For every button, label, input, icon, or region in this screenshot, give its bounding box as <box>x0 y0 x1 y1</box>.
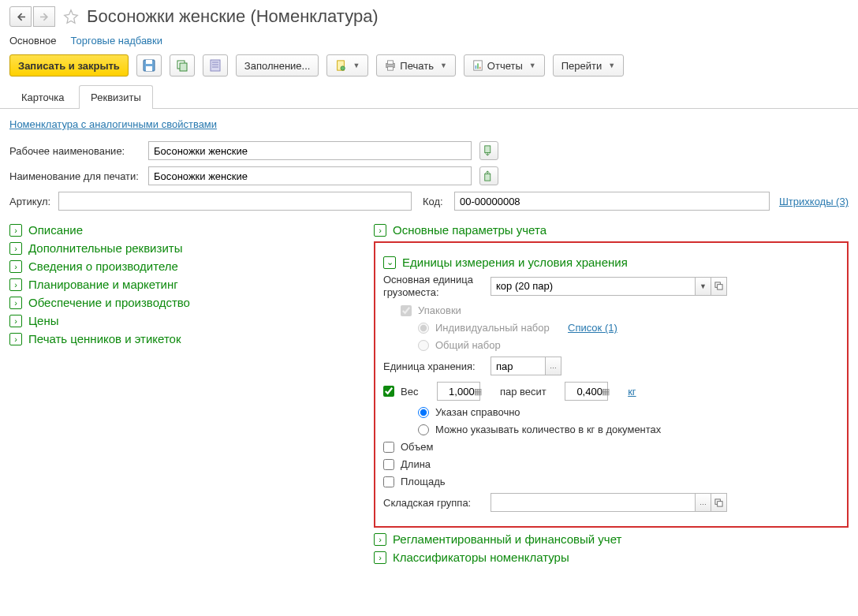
collapse-icon: ⌄ <box>383 256 396 269</box>
list-button[interactable] <box>203 54 228 77</box>
svg-rect-17 <box>479 67 481 69</box>
article-input[interactable] <box>58 192 412 211</box>
wh-group-open-button[interactable] <box>711 493 727 512</box>
save-close-button[interactable]: Записать и закрыть <box>9 54 129 77</box>
file-attach-button[interactable]: ▼ <box>326 54 368 77</box>
expand-icon: › <box>9 333 22 345</box>
svg-rect-1 <box>146 60 152 64</box>
wh-group-label: Складская группа: <box>383 497 486 509</box>
fill-button[interactable]: Заполнение... <box>236 54 319 77</box>
save-button[interactable] <box>136 54 162 77</box>
packs-checkbox <box>401 305 412 316</box>
arrow-right-icon <box>40 13 49 21</box>
file-icon <box>335 60 346 71</box>
subtab-requisites[interactable]: Реквизиты <box>79 85 153 109</box>
copy-button[interactable] <box>170 54 195 77</box>
arrow-left-icon <box>17 13 25 21</box>
section-classifiers[interactable]: ›Классификаторы номенклатуры <box>374 551 849 564</box>
wh-group-select-button[interactable]: … <box>696 493 711 512</box>
set-list-link[interactable]: Список (1) <box>568 322 617 334</box>
work-name-copy-button[interactable] <box>479 141 498 160</box>
weight-docs-radio[interactable] <box>418 424 429 435</box>
svg-rect-5 <box>211 60 220 71</box>
weight-docs-label: Можно указывать количество в кг в докуме… <box>435 424 661 435</box>
weight-checkbox[interactable] <box>383 386 394 397</box>
work-name-input[interactable] <box>148 141 472 160</box>
storage-unit-input[interactable] <box>491 357 546 375</box>
copy-down-icon <box>483 145 494 156</box>
weight-mid-label: пар весит <box>500 386 547 398</box>
similar-items-link[interactable]: Номенклатура с аналогичными свойствами <box>9 118 217 130</box>
copy-up-icon <box>483 170 494 181</box>
expand-icon: › <box>374 224 386 237</box>
common-set-label: Общий набор <box>435 339 501 351</box>
copy-icon <box>176 59 188 72</box>
packs-label: Упаковки <box>418 304 461 316</box>
storage-unit-label: Единица хранения: <box>383 360 486 372</box>
section-additional-requisites[interactable]: ›Дополнительные реквизиты <box>9 241 364 255</box>
volume-label: Объем <box>401 441 433 453</box>
print-button[interactable]: Печать ▼ <box>376 54 456 77</box>
svg-rect-13 <box>388 67 394 70</box>
print-name-copy-button[interactable] <box>479 166 498 185</box>
length-label: Длина <box>401 458 431 470</box>
dropdown-arrow-icon: ▼ <box>440 62 447 69</box>
svg-rect-21 <box>718 285 722 289</box>
base-unit-dropdown-button[interactable]: ▼ <box>696 277 711 296</box>
open-icon <box>714 282 723 290</box>
reports-button[interactable]: Отчеты ▼ <box>464 54 545 77</box>
code-label: Код: <box>423 196 450 207</box>
tab-trade-markup[interactable]: Торговые надбавки <box>71 35 162 47</box>
svg-rect-16 <box>477 63 479 69</box>
favorite-star-icon[interactable] <box>63 9 79 24</box>
kg-link[interactable]: кг <box>628 386 636 398</box>
section-manufacturer[interactable]: ›Сведения о производителе <box>9 259 364 273</box>
nav-forward-button[interactable] <box>33 6 55 27</box>
section-units-storage[interactable]: ⌄Единицы измерения и условия хранения <box>383 256 839 269</box>
section-price-tags[interactable]: ›Печать ценников и этикеток <box>9 332 364 345</box>
expand-icon: › <box>9 260 22 273</box>
section-planning-marketing[interactable]: ›Планирование и маркетинг <box>9 278 364 291</box>
report-icon <box>472 60 483 71</box>
svg-rect-15 <box>475 65 476 69</box>
code-input[interactable] <box>454 192 770 211</box>
subtab-card[interactable]: Карточка <box>9 85 76 109</box>
individual-set-label: Индивидуальный набор <box>435 322 550 334</box>
storage-unit-select-button[interactable]: … <box>546 357 561 375</box>
expand-icon: › <box>9 224 22 237</box>
svg-point-10 <box>341 66 345 70</box>
dropdown-arrow-icon: ▼ <box>529 62 536 69</box>
volume-checkbox[interactable] <box>383 442 394 453</box>
common-set-radio <box>418 340 429 351</box>
wh-group-input[interactable] <box>491 493 696 512</box>
section-regulated[interactable]: ›Регламентированный и финансовый учет <box>374 532 849 546</box>
open-icon <box>714 498 723 507</box>
section-description[interactable]: ›Описание <box>9 223 364 237</box>
weight-reference-radio[interactable] <box>418 407 429 418</box>
expand-icon: › <box>9 242 22 255</box>
barcodes-link[interactable]: Штрихкоды (3) <box>779 196 849 207</box>
section-prices[interactable]: ›Цены <box>9 314 364 327</box>
print-name-label: Наименование для печати: <box>9 170 144 182</box>
dropdown-arrow-icon: ▼ <box>608 62 615 69</box>
dropdown-arrow-icon: ▼ <box>353 62 360 69</box>
length-checkbox[interactable] <box>383 459 394 470</box>
svg-rect-4 <box>180 63 187 71</box>
work-name-label: Рабочее наименование: <box>9 145 144 157</box>
section-main-params[interactable]: ›Основные параметры учета <box>374 223 849 237</box>
svg-rect-12 <box>388 61 394 64</box>
nav-back-button[interactable] <box>9 6 32 27</box>
goto-button[interactable]: Перейти ▼ <box>553 54 624 77</box>
page-title: Босоножки женские (Номенклатура) <box>87 6 379 27</box>
area-checkbox[interactable] <box>383 476 394 487</box>
tab-main[interactable]: Основное <box>9 35 57 47</box>
base-unit-label: Основная единица грузоместа: <box>383 274 486 298</box>
section-supply-production[interactable]: ›Обеспечение и производство <box>9 296 364 309</box>
base-unit-input[interactable] <box>491 277 696 296</box>
print-name-input[interactable] <box>148 166 472 185</box>
base-unit-open-button[interactable] <box>711 277 727 296</box>
expand-icon: › <box>9 315 22 327</box>
expand-icon: › <box>374 533 386 546</box>
units-storage-panel: ⌄Единицы измерения и условия хранения Ос… <box>374 241 849 528</box>
svg-rect-19 <box>485 174 491 181</box>
